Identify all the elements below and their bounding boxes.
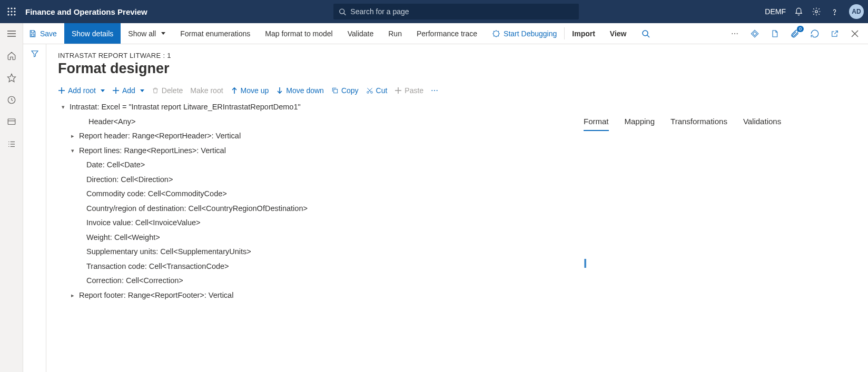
save-button[interactable]: Save bbox=[23, 23, 64, 44]
search-icon bbox=[642, 29, 650, 38]
trash-icon bbox=[152, 87, 159, 94]
tab-transformations[interactable]: Transformations bbox=[670, 117, 727, 131]
caret-icon[interactable] bbox=[60, 100, 66, 115]
svg-point-2 bbox=[14, 7, 15, 9]
caret-icon[interactable] bbox=[70, 144, 76, 158]
diamond-icon[interactable] bbox=[748, 27, 762, 41]
svg-marker-16 bbox=[7, 74, 15, 82]
global-search-input[interactable] bbox=[349, 7, 574, 16]
tree-node-root[interactable]: Intrastat: Excel = "Intrastat report Lit… bbox=[58, 100, 561, 115]
start-debugging-button[interactable]: Start Debugging bbox=[485, 23, 564, 44]
text-cursor: || bbox=[584, 257, 857, 268]
add-root-button[interactable]: Add root bbox=[58, 86, 105, 95]
caret-icon[interactable] bbox=[70, 129, 76, 144]
page-title: Format designer bbox=[58, 61, 561, 77]
svg-line-29 bbox=[647, 35, 649, 37]
refresh-icon[interactable] bbox=[808, 27, 822, 41]
save-label: Save bbox=[40, 29, 57, 38]
svg-point-11 bbox=[815, 11, 818, 13]
format-enumerations-button[interactable]: Format enumerations bbox=[173, 23, 258, 44]
app-launcher-icon[interactable] bbox=[4, 4, 19, 19]
tree-toolbar: Add root Add Delete Make root Move up Mo… bbox=[58, 86, 561, 95]
action-bar: Save Show details Show all Format enumer… bbox=[23, 23, 868, 44]
add-button[interactable]: Add bbox=[112, 86, 144, 95]
validate-button[interactable]: Validate bbox=[340, 23, 381, 44]
tree-node-cell[interactable]: Invoice value: Cell<InvoiceValue> bbox=[58, 216, 561, 230]
svg-point-5 bbox=[14, 11, 15, 12]
tree-node-cell[interactable]: Correction: Cell<Correction> bbox=[58, 274, 561, 288]
cut-icon bbox=[366, 87, 373, 94]
make-root-button: Make root bbox=[190, 86, 223, 95]
legal-entity[interactable]: DEMF bbox=[765, 7, 786, 16]
tab-format[interactable]: Format bbox=[584, 117, 609, 131]
close-icon[interactable] bbox=[848, 27, 862, 41]
svg-rect-18 bbox=[8, 119, 15, 125]
tree-node-report-footer[interactable]: Report footer: Range<ReportFooter>: Vert… bbox=[58, 288, 561, 303]
bell-icon[interactable] bbox=[793, 6, 804, 17]
svg-rect-38 bbox=[334, 89, 338, 93]
svg-point-7 bbox=[11, 14, 12, 15]
more-icon[interactable]: ⋯ bbox=[728, 27, 742, 41]
find-button[interactable] bbox=[634, 23, 657, 44]
help-icon[interactable] bbox=[829, 6, 840, 17]
view-button[interactable]: View bbox=[603, 23, 634, 44]
copy-button[interactable]: Copy bbox=[331, 86, 359, 95]
save-icon bbox=[28, 29, 37, 38]
funnel-icon[interactable] bbox=[31, 49, 39, 372]
move-up-button[interactable]: Move up bbox=[231, 86, 269, 95]
tab-mapping[interactable]: Mapping bbox=[625, 117, 655, 131]
popout-icon[interactable] bbox=[828, 27, 842, 41]
chevron-down-icon bbox=[101, 89, 105, 92]
svg-point-28 bbox=[643, 31, 648, 36]
svg-marker-31 bbox=[753, 32, 757, 36]
tree-node-cell[interactable]: Supplementary units: Cell<SupplementaryU… bbox=[58, 245, 561, 259]
gear-icon[interactable] bbox=[811, 6, 822, 17]
tree-node-cell[interactable]: Country/region of destination: Cell<Coun… bbox=[58, 202, 561, 216]
modules-icon[interactable] bbox=[6, 139, 17, 149]
star-icon[interactable] bbox=[6, 73, 17, 83]
caret-icon[interactable] bbox=[70, 288, 76, 303]
tree-node-header[interactable]: Header<Any> bbox=[58, 115, 561, 129]
attachments-icon[interactable]: 0 bbox=[788, 27, 802, 41]
tree-node-cell[interactable]: Direction: Cell<Direction> bbox=[58, 173, 561, 187]
overflow-button[interactable]: ⋯ bbox=[431, 86, 438, 95]
recent-icon[interactable] bbox=[6, 95, 17, 105]
tree-node-report-lines[interactable]: Report lines: Range<ReportLines>: Vertic… bbox=[58, 144, 561, 158]
svg-marker-30 bbox=[751, 30, 758, 37]
detail-tabs: Format Mapping Transformations Validatio… bbox=[584, 114, 857, 131]
user-avatar[interactable]: AD bbox=[849, 4, 864, 19]
cut-button[interactable]: Cut bbox=[366, 86, 388, 95]
svg-point-3 bbox=[7, 11, 9, 12]
filter-rail bbox=[23, 44, 46, 372]
debug-icon bbox=[492, 29, 500, 38]
svg-point-6 bbox=[7, 14, 9, 15]
svg-rect-26 bbox=[31, 34, 34, 36]
move-down-button[interactable]: Move down bbox=[276, 86, 324, 95]
show-all-button[interactable]: Show all bbox=[121, 23, 173, 44]
svg-point-9 bbox=[340, 9, 344, 14]
office-icon[interactable] bbox=[768, 27, 782, 41]
attachments-badge: 0 bbox=[797, 26, 804, 32]
tree-node-report-header[interactable]: Report header: Range<ReportHeader>: Vert… bbox=[58, 129, 561, 144]
tab-validations[interactable]: Validations bbox=[743, 117, 781, 131]
svg-point-8 bbox=[14, 14, 15, 15]
tree-node-cell[interactable]: Date: Cell<Date> bbox=[58, 158, 561, 173]
run-button[interactable]: Run bbox=[381, 23, 409, 44]
map-format-button[interactable]: Map format to model bbox=[258, 23, 340, 44]
arrow-up-icon bbox=[231, 87, 238, 94]
tree-node-cell[interactable]: Commodity code: Cell<CommodityCode> bbox=[58, 187, 561, 202]
svg-point-1 bbox=[11, 7, 12, 9]
app-title: Finance and Operations Preview bbox=[25, 7, 147, 16]
paste-button: Paste bbox=[394, 86, 423, 95]
nav-rail bbox=[0, 23, 23, 372]
global-top-bar: Finance and Operations Preview DEMF AD bbox=[0, 0, 868, 23]
global-search[interactable] bbox=[333, 4, 579, 19]
hamburger-icon[interactable] bbox=[6, 28, 17, 39]
tree-node-cell[interactable]: Transaction code: Cell<TransactionCode> bbox=[58, 259, 561, 274]
tree-node-cell[interactable]: Weight: Cell<Weight> bbox=[58, 230, 561, 245]
performance-trace-button[interactable]: Performance trace bbox=[409, 23, 485, 44]
home-icon[interactable] bbox=[6, 51, 17, 61]
show-details-button[interactable]: Show details bbox=[64, 23, 121, 44]
import-button[interactable]: Import bbox=[565, 23, 603, 44]
workspace-icon[interactable] bbox=[6, 117, 17, 127]
